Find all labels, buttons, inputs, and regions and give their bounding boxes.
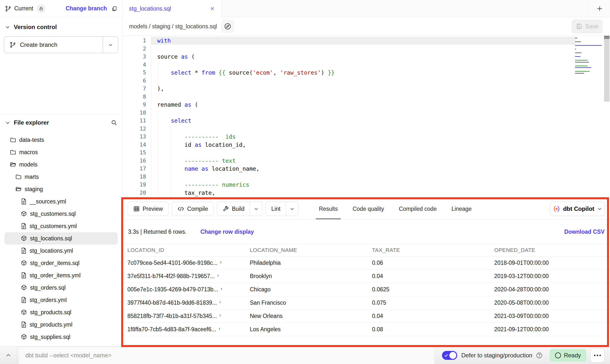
panel-tab-lineage[interactable]: Lineage <box>450 199 473 219</box>
table-row[interactable]: 858218fb-73f7-4b1b-a31f-57b345...›New Or… <box>123 310 610 323</box>
change-row-display-link[interactable]: Change row display <box>200 229 254 235</box>
file-item-stg-customers-sql[interactable]: stg_customers.sql <box>4 208 118 220</box>
row-expand-icon[interactable]: › <box>219 326 220 331</box>
file-item-staging[interactable]: staging <box>4 183 118 195</box>
row-expand-icon[interactable]: › <box>219 299 221 305</box>
tab-stg-locations-sql[interactable]: stg_locations.sql <box>123 0 222 17</box>
code-line-4[interactable] <box>151 61 576 69</box>
code-line-17[interactable]: name as location_name, <box>151 165 576 173</box>
table-cell: 3977f440-b87d-461b-9dd6-81839...› <box>127 299 250 306</box>
file-item-stg-products-yml[interactable]: stg_products.yml <box>4 318 118 331</box>
tab-title: stg_locations.sql <box>129 5 171 12</box>
create-branch-main[interactable]: Create branch <box>4 37 103 53</box>
table-row[interactable]: 1f8ffa70-7cb5-4d83-8a7f-9aceef6...›Los A… <box>123 323 610 336</box>
change-branch-link[interactable]: Change branch <box>66 5 107 12</box>
code-line-10[interactable] <box>151 109 576 117</box>
compile-button[interactable]: Compile <box>172 202 214 216</box>
lint-button[interactable]: Lint <box>266 202 298 216</box>
copy-icon[interactable] <box>111 6 117 12</box>
table-row[interactable]: 3977f440-b87d-461b-9dd6-81839...›San Fra… <box>123 296 610 310</box>
file-item-data-tests[interactable]: data-tests <box>4 134 118 146</box>
code-area[interactable]: withsource as ( select * from {{ source(… <box>151 37 576 197</box>
create-branch-dropdown[interactable] <box>103 37 118 53</box>
table-row[interactable]: 37e5f311-b7f4-4f2f-988b-719657...›Brookl… <box>123 270 610 283</box>
lineage-compass-icon[interactable] <box>221 20 234 33</box>
file-item-models[interactable]: models <box>4 158 118 171</box>
file-item-label: stg_locations.sql <box>30 235 72 242</box>
status-circle-icon <box>555 352 561 358</box>
lint-dropdown[interactable] <box>286 202 298 216</box>
panel-tabs: ResultsCode qualityCompiled codeLineage <box>318 199 473 219</box>
row-expand-icon[interactable]: › <box>220 259 222 265</box>
code-line-5[interactable]: select * from {{ source('ecom', 'raw_sto… <box>151 69 576 77</box>
download-csv-link[interactable]: Download CSV <box>564 229 605 235</box>
panel-tab-code-quality[interactable]: Code quality <box>352 199 385 219</box>
file-explorer-header[interactable]: File explorer <box>0 114 122 131</box>
code-line-20[interactable]: tax_rate, <box>151 189 576 197</box>
file-item-stg-customers-yml[interactable]: stg_customers.yml <box>4 220 118 232</box>
file-item-stg-locations-sql[interactable]: stg_locations.sql <box>4 232 118 245</box>
build-button[interactable]: Build <box>217 202 262 216</box>
panel-tab-compiled-code[interactable]: Compiled code <box>398 199 438 219</box>
search-icon[interactable] <box>111 119 117 126</box>
code-line-1[interactable]: with <box>151 37 576 45</box>
editor-scrollbar-thumb[interactable] <box>604 36 610 39</box>
editor-scrollbar-track[interactable] <box>604 36 610 102</box>
file-explorer-title: File explorer <box>14 119 49 126</box>
code-line-3[interactable]: source as ( <box>151 53 576 61</box>
file-item-marts[interactable]: marts <box>4 171 118 183</box>
chevron-down-icon <box>597 206 602 211</box>
row-expand-icon[interactable]: › <box>220 286 222 291</box>
defer-toggle[interactable] <box>442 351 457 360</box>
code-line-9[interactable]: renamed as ( <box>151 101 576 109</box>
code-line-2[interactable] <box>151 45 576 53</box>
line-number: 14 <box>123 141 151 149</box>
code-line-13[interactable]: ---------- ids <box>151 133 576 141</box>
collapse-panel-button[interactable] <box>0 347 17 364</box>
code-editor[interactable]: 1234567891011121314151617181920 withsour… <box>123 36 610 198</box>
row-expand-icon[interactable]: › <box>217 272 219 278</box>
code-line-18[interactable] <box>151 173 576 181</box>
code-line-11[interactable]: select <box>151 117 576 125</box>
code-line-15[interactable] <box>151 149 576 157</box>
file-item-label: marts <box>25 174 39 180</box>
new-tab-plus-icon[interactable] <box>596 5 604 13</box>
file-item-macros[interactable]: macros <box>4 146 118 158</box>
table-cell: Brooklyn <box>250 273 372 280</box>
file-item--sources-yml[interactable]: __sources.yml <box>4 195 118 208</box>
file-item-stg-order-items-sql[interactable]: stg_order_items.sql <box>4 257 118 269</box>
close-icon[interactable] <box>210 6 215 11</box>
file-item-stg-products-sql[interactable]: stg_products.sql <box>4 306 118 318</box>
file-item-label: stg_order_items.sql <box>30 260 80 266</box>
file-item-stg-supplies-sql[interactable]: stg_supplies.sql <box>4 331 118 343</box>
file-item-stg-orders-yml[interactable]: stg_orders.yml <box>4 294 118 306</box>
file-item-stg-orders-sql[interactable]: stg_orders.sql <box>4 281 118 294</box>
build-dropdown[interactable] <box>250 202 262 216</box>
save-button[interactable]: Save <box>572 19 603 33</box>
version-control-header[interactable]: Version control <box>0 17 122 31</box>
check-icon <box>444 353 448 358</box>
file-item-stg-order-items-yml[interactable]: stg_order_items.yml <box>4 269 118 281</box>
code-line-12[interactable] <box>151 125 576 133</box>
ready-status-button[interactable]: Ready <box>550 349 586 362</box>
dbt-copilot-button[interactable]: dbt Copilot <box>550 202 605 216</box>
row-expand-icon[interactable]: › <box>219 312 221 318</box>
table-row[interactable]: 005e7e1c-1935-4269-b479-0713b...›Chicago… <box>123 283 610 296</box>
help-icon[interactable] <box>536 352 543 359</box>
file-item-stg-locations-yml[interactable]: stg_locations.yml <box>4 245 118 257</box>
panel-tab-results[interactable]: Results <box>318 199 339 219</box>
table-row[interactable]: 7c079cea-5ed4-4101-906e-9198c...›Philade… <box>123 256 610 270</box>
code-line-14[interactable]: id as location_id, <box>151 141 576 149</box>
code-line-6[interactable] <box>151 77 576 85</box>
preview-button[interactable]: Preview <box>128 202 169 216</box>
line-number: 18 <box>123 173 151 181</box>
code-line-16[interactable]: ---------- text <box>151 157 576 165</box>
file-item-label: stg_orders.yml <box>30 297 67 303</box>
code-line-7[interactable]: ), <box>151 85 576 93</box>
column-header: LOCATION_NAME <box>250 247 372 253</box>
command-input[interactable]: dbt build --select <model_name> <box>19 347 435 364</box>
code-line-8[interactable] <box>151 93 576 101</box>
create-branch-button[interactable]: Create branch <box>4 36 118 53</box>
code-line-19[interactable]: ---------- numerics <box>151 181 576 189</box>
more-options-button[interactable] <box>590 348 605 363</box>
